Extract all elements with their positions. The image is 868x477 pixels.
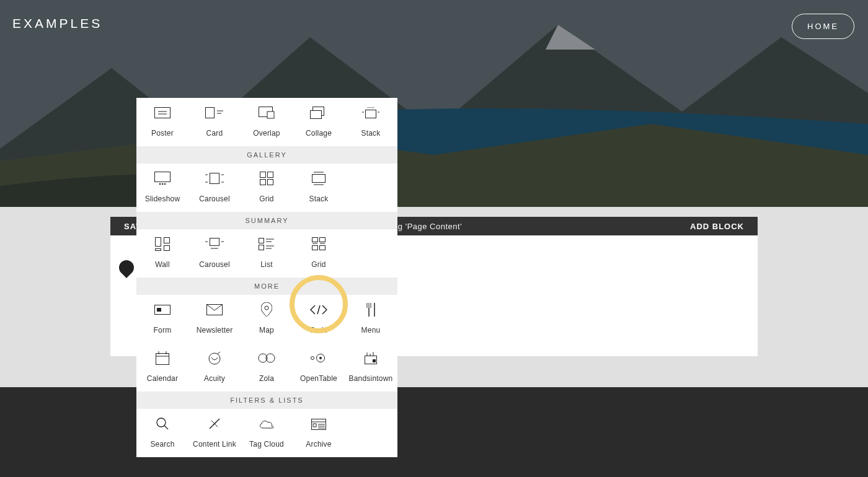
block-opentable[interactable]: OpenTable: [293, 343, 345, 392]
slideshow-icon: [154, 170, 170, 187]
block-slideshow[interactable]: Slideshow: [136, 164, 188, 212]
block-label: Zola: [259, 374, 274, 383]
svg-line-80: [213, 419, 219, 425]
block-grid-summary[interactable]: Grid: [293, 229, 345, 278]
block-label: Collage: [306, 129, 332, 138]
svg-rect-5: [206, 108, 215, 118]
svg-rect-29: [312, 175, 326, 183]
block-label: Carousel: [199, 195, 230, 203]
block-label: Form: [154, 326, 172, 335]
block-carousel-summary[interactable]: Carousel: [188, 229, 241, 278]
block-label: Bandsintown: [349, 374, 393, 383]
grid-icon: [260, 170, 273, 187]
hero-illustration: [0, 0, 868, 207]
block-label: Carousel: [199, 260, 230, 269]
block-map[interactable]: Map: [241, 295, 293, 343]
svg-rect-27: [260, 180, 266, 185]
menu-fork-icon: [365, 301, 376, 318]
block-label: Stack: [309, 195, 328, 203]
block-overlap[interactable]: Overlap: [241, 98, 293, 146]
svg-point-55: [265, 306, 268, 310]
zola-icon: [258, 349, 275, 367]
svg-point-17: [159, 183, 161, 185]
block-carousel-gallery[interactable]: Carousel: [188, 164, 241, 212]
stack-icon: [362, 104, 379, 121]
svg-rect-43: [259, 245, 264, 250]
block-grid-gallery[interactable]: Grid: [241, 164, 293, 212]
cloud-icon: [259, 415, 275, 432]
svg-rect-12: [366, 110, 376, 118]
block-bandsintown[interactable]: Bandsintown: [345, 343, 397, 392]
svg-rect-51: [320, 246, 326, 250]
svg-point-18: [162, 183, 164, 185]
home-button[interactable]: HOME: [792, 14, 854, 39]
block-menu[interactable]: Menu: [345, 295, 397, 343]
block-acuity[interactable]: Acuity: [188, 343, 241, 392]
svg-rect-9: [267, 112, 274, 118]
list-summary-icon: [259, 235, 275, 253]
svg-rect-46: [312, 238, 318, 242]
svg-rect-11: [311, 111, 322, 119]
block-poster[interactable]: Poster: [136, 98, 188, 146]
picker-row-filters: Search Content Link Tag Cloud Archive: [136, 409, 397, 457]
svg-rect-34: [156, 249, 161, 251]
calendar-icon: [156, 349, 169, 367]
block-collage[interactable]: Collage: [293, 98, 345, 146]
archive-icon: [311, 415, 326, 432]
svg-rect-88: [313, 424, 316, 427]
svg-point-71: [319, 357, 322, 359]
picker-row-more-2: Calendar Acuity Zola OpenTable Bandsinto…: [136, 343, 397, 392]
block-search[interactable]: Search: [136, 409, 188, 457]
block-code[interactable]: Code: [293, 295, 345, 343]
block-label: Slideshow: [145, 195, 180, 203]
block-label: Acuity: [204, 374, 225, 383]
section-head-summary: SUMMARY: [136, 212, 397, 229]
svg-rect-33: [164, 238, 170, 243]
section-head-filters: FILTERS & LISTS: [136, 392, 397, 409]
collage-icon: [310, 104, 327, 121]
svg-line-78: [164, 426, 168, 429]
add-block-button[interactable]: ADD BLOCK: [676, 222, 758, 231]
block-zola[interactable]: Zola: [241, 343, 293, 392]
svg-rect-28: [268, 180, 273, 185]
block-content-link[interactable]: Content Link: [188, 409, 241, 457]
svg-rect-1: [0, 0, 868, 207]
svg-rect-20: [210, 173, 219, 184]
stack-gallery-icon: [312, 170, 326, 187]
block-tag-cloud[interactable]: Tag Cloud: [241, 409, 293, 457]
svg-rect-40: [259, 239, 264, 243]
svg-line-82: [215, 424, 218, 427]
block-label: Grid: [311, 260, 326, 269]
picker-row-gallery: Slideshow Carousel Grid Stack: [136, 164, 397, 212]
block-label: Search: [150, 440, 174, 449]
carousel-icon: [205, 170, 224, 187]
picker-row-image: Poster Card Overlap Collage Stack: [136, 98, 397, 146]
block-label: Content Link: [193, 440, 236, 449]
block-label: Newsletter: [197, 326, 233, 335]
svg-rect-35: [164, 246, 170, 251]
block-picker: Poster Card Overlap Collage Stack: [136, 98, 397, 457]
block-stack-gallery[interactable]: Stack: [293, 164, 345, 212]
svg-rect-36: [210, 239, 219, 246]
block-calendar[interactable]: Calendar: [136, 343, 188, 392]
svg-rect-62: [156, 354, 169, 365]
block-form[interactable]: Form: [136, 295, 188, 343]
acuity-icon: [207, 349, 222, 367]
block-archive[interactable]: Archive: [293, 409, 345, 457]
block-list-summary[interactable]: List: [241, 229, 293, 278]
svg-line-81: [211, 421, 214, 423]
wall-icon: [155, 235, 170, 253]
block-label: Map: [259, 326, 274, 335]
block-label: Archive: [306, 440, 331, 449]
svg-point-66: [209, 353, 220, 364]
block-wall[interactable]: Wall: [136, 229, 188, 278]
block-label: OpenTable: [300, 374, 337, 383]
hero-background: [0, 0, 868, 207]
picker-row-summary: Wall Carousel List Grid: [136, 229, 397, 278]
svg-rect-25: [260, 172, 266, 178]
svg-point-77: [157, 418, 166, 427]
block-newsletter[interactable]: Newsletter: [188, 295, 241, 343]
grid-summary-icon: [312, 235, 326, 253]
block-card[interactable]: Card: [188, 98, 241, 146]
block-stack-image[interactable]: Stack: [345, 98, 397, 146]
